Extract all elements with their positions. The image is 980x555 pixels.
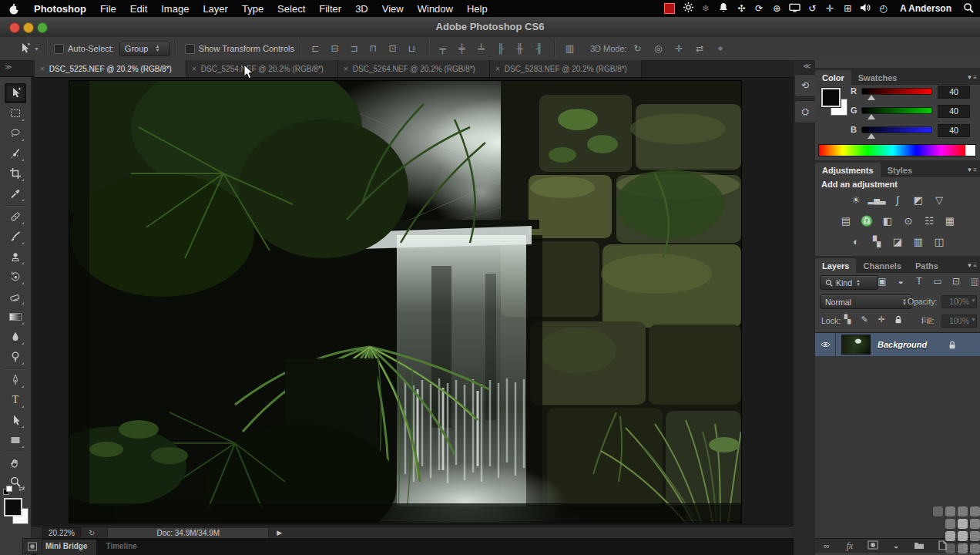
hand-tool[interactable]	[5, 454, 25, 473]
properties-panel-icon[interactable]: ⛭	[794, 100, 816, 123]
color-foreground-swatch[interactable]	[821, 88, 841, 107]
sync-icon[interactable]: ⟳	[750, 3, 768, 14]
3d-pan-icon[interactable]: ✛	[669, 43, 690, 54]
menu-view[interactable]: View	[375, 3, 411, 15]
menu-3d[interactable]: 3D	[348, 3, 375, 15]
zoom-level-field[interactable]: 20.22%	[42, 527, 81, 539]
brush-tool[interactable]	[5, 227, 25, 246]
3d-orbit-icon[interactable]: ↻	[627, 43, 648, 54]
bell-icon[interactable]	[715, 2, 733, 15]
clone-stamp-tool[interactable]	[5, 247, 25, 266]
auto-select-target-dropdown[interactable]: Group ▲▼	[119, 42, 170, 56]
menu-type[interactable]: Type	[235, 3, 270, 15]
menu-select[interactable]: Select	[270, 3, 312, 15]
lock-all-icon[interactable]	[891, 314, 906, 326]
close-tab-icon[interactable]: ×	[192, 65, 196, 73]
volume-icon[interactable]	[857, 3, 874, 15]
clock-icon[interactable]: ◴	[874, 3, 892, 14]
vibrance-icon[interactable]: ▽	[929, 193, 949, 208]
marquee-tool[interactable]	[5, 104, 25, 123]
tab-layers[interactable]: Layers	[815, 258, 856, 273]
layer-filter-kind-dropdown[interactable]: Kind ▲▼	[820, 275, 878, 290]
foreground-color-swatch[interactable]	[4, 498, 22, 516]
lock-paint-icon[interactable]: ✎	[857, 314, 872, 325]
type-tool[interactable]: T	[5, 391, 25, 409]
tool-preset-dropdown-icon[interactable]: ▼	[34, 46, 39, 52]
color-spectrum-ramp[interactable]	[818, 144, 967, 156]
rectangle-tool[interactable]	[5, 431, 25, 449]
keyboard-nav-icon[interactable]: ✛	[821, 3, 839, 14]
lock-transparent-icon[interactable]: ▚	[840, 314, 855, 325]
channel-g-slider-thumb[interactable]	[868, 114, 875, 119]
distribute-left-icon[interactable]: ╟	[491, 43, 510, 54]
snowflake-icon[interactable]: ❄	[697, 3, 715, 14]
levels-icon[interactable]: ▂▅▃	[867, 193, 887, 208]
new-group-icon[interactable]	[908, 541, 931, 551]
status-options-arrow-icon[interactable]: ▶	[277, 529, 282, 536]
eyedropper-tool[interactable]	[5, 184, 25, 203]
align-middle-icon[interactable]: ⊡	[383, 43, 402, 54]
distribute-middle-icon[interactable]: ╪	[452, 43, 472, 54]
posterize-icon[interactable]: ▚	[867, 234, 887, 250]
crop-tool[interactable]	[5, 164, 25, 183]
align-bottom-icon[interactable]: ⊔	[402, 43, 421, 54]
channel-r-slider[interactable]	[861, 88, 932, 95]
channel-g-value[interactable]: 40	[938, 105, 970, 118]
window-switcher-icon[interactable]: ⊞	[839, 3, 857, 14]
tab-mini-bridge[interactable]: Mini Bridge	[36, 540, 96, 555]
distribute-bottom-icon[interactable]: ╧	[472, 43, 491, 54]
menu-layer[interactable]: Layer	[196, 3, 235, 15]
dodge-tool[interactable]	[5, 348, 25, 366]
color-lookup-icon[interactable]: ▦	[940, 214, 960, 229]
panel-menu-icon[interactable]: ▼≡	[966, 166, 978, 173]
history-panel-icon[interactable]: ⟲	[794, 74, 816, 97]
document-tab-1[interactable]: × DSC_5225.NEF @ 20.2% (RGB/8*)	[35, 60, 186, 77]
menu-edit[interactable]: Edit	[123, 3, 154, 15]
accessibility-icon[interactable]: ⊕	[768, 3, 786, 14]
channel-g-slider[interactable]	[861, 107, 932, 114]
distribute-right-icon[interactable]: ╢	[529, 43, 549, 54]
channel-r-value[interactable]: 40	[938, 86, 970, 99]
channel-b-slider-thumb[interactable]	[868, 133, 875, 139]
layer-thumbnail[interactable]	[841, 335, 871, 355]
screen-mode-icon[interactable]	[22, 538, 42, 554]
close-tab-icon[interactable]: ×	[495, 65, 500, 73]
status-sync-icon[interactable]: ↻	[89, 529, 95, 537]
exposure-icon[interactable]: ◩	[908, 193, 928, 208]
swap-colors-icon[interactable]: ⇄	[18, 484, 25, 493]
color-balance-icon[interactable]: ♎	[857, 214, 877, 229]
type-layer-filter-icon[interactable]: T	[911, 276, 928, 287]
pixel-layer-filter-icon[interactable]: ▣	[874, 276, 891, 287]
path-selection-tool[interactable]	[5, 411, 25, 429]
hue-saturation-icon[interactable]: ▤	[836, 214, 856, 229]
brightness-contrast-icon[interactable]: ☀	[846, 193, 866, 208]
align-right-icon[interactable]: ⊐	[344, 43, 364, 54]
new-adjustment-layer-icon[interactable]: ◒	[884, 541, 908, 550]
selective-color-icon[interactable]: ◫	[929, 234, 949, 250]
menu-window[interactable]: Window	[411, 3, 460, 15]
document-image[interactable]	[69, 81, 741, 523]
fill-dropdown-icon[interactable]: ▼	[971, 317, 976, 322]
panels-collapse-chevrons[interactable]: ≪	[803, 62, 811, 70]
panel-menu-icon[interactable]: ▼≡	[966, 262, 978, 269]
3d-roll-icon[interactable]: ◎	[648, 43, 669, 54]
display-icon[interactable]	[786, 3, 804, 15]
tab-color[interactable]: Color	[815, 70, 851, 85]
tab-adjustments[interactable]: Adjustments	[815, 163, 881, 177]
distribute-top-icon[interactable]: ╤	[433, 43, 452, 54]
close-tab-icon[interactable]: ×	[344, 65, 348, 73]
gradient-map-icon[interactable]: ▥	[908, 234, 928, 250]
photo-filter-icon[interactable]: ⊙	[898, 214, 918, 229]
document-tab-4[interactable]: × DSC_5283.NEF @ 20.2% (RGB/8*)	[490, 60, 642, 77]
blend-mode-dropdown[interactable]: Normal ▲▼	[820, 294, 912, 309]
close-tab-icon[interactable]: ×	[40, 65, 45, 73]
layer-row-background[interactable]: Background	[815, 332, 980, 357]
curves-icon[interactable]: ∫	[888, 193, 908, 208]
quick-selection-tool[interactable]	[5, 144, 25, 163]
toolbar-collapse-chevrons[interactable]: ≫	[0, 60, 35, 77]
filtering-toggle-icon[interactable]: ▥	[966, 276, 980, 287]
tab-swatches[interactable]: Swatches	[851, 70, 904, 85]
3d-slide-icon[interactable]: ⇄	[690, 43, 710, 54]
menu-file[interactable]: File	[93, 3, 123, 15]
shape-layer-filter-icon[interactable]: ▭	[929, 276, 946, 287]
